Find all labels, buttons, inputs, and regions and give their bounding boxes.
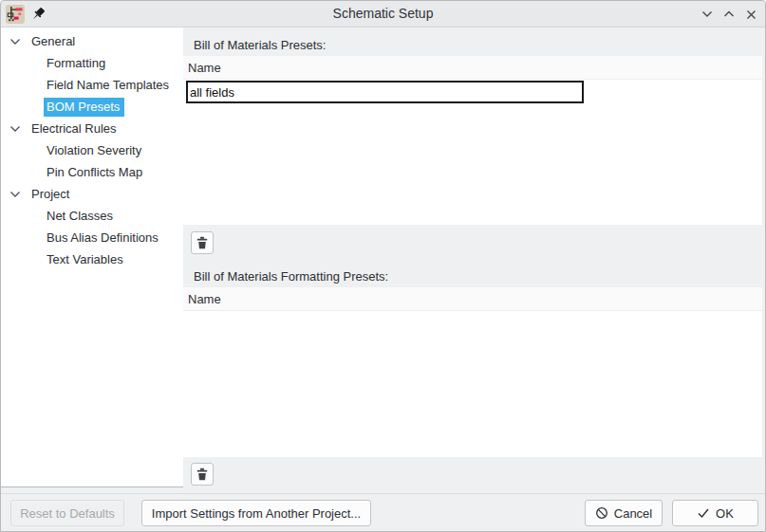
column-header-name[interactable]: Name: [183, 56, 762, 80]
footer-separator: [1, 493, 766, 494]
sidebar-item-violation-severity[interactable]: Violation Severity: [1, 139, 183, 161]
sidebar-item-bus-alias-definitions[interactable]: Bus Alias Definitions: [1, 227, 183, 248]
window-title: Schematic Setup: [1, 1, 765, 28]
preset-name-edit[interactable]: [186, 81, 584, 103]
chevron-down-icon[interactable]: [9, 191, 21, 198]
reset-to-defaults-label: Reset to Defaults: [20, 506, 115, 521]
column-header-name[interactable]: Name: [183, 287, 762, 311]
sidebar-item-label: Pin Conflicts Map: [47, 165, 142, 179]
sidebar-item-label: Field Name Templates: [47, 78, 169, 92]
sidebar-item-label: Formatting: [47, 56, 105, 70]
sidebar-item-label: Violation Severity: [47, 143, 141, 157]
window-shade-button[interactable]: [700, 7, 715, 22]
sidebar-item-label-selected: BOM Presets: [44, 98, 124, 117]
cancel-icon: [595, 506, 608, 520]
settings-tree: General Formatting Field Name Templates …: [1, 28, 183, 487]
chevron-down-icon[interactable]: [9, 38, 21, 46]
window-maximize-button[interactable]: [721, 7, 737, 22]
ok-button[interactable]: OK: [672, 500, 758, 526]
reset-to-defaults-button[interactable]: Reset to Defaults: [10, 500, 124, 526]
sidebar-item-formatting[interactable]: Formatting: [1, 52, 183, 74]
bom-presets-grid[interactable]: Name: [183, 56, 762, 225]
sidebar-group-label: General: [31, 34, 75, 48]
sidebar-group-label: Project: [31, 187, 69, 201]
sidebar-group-electrical-rules[interactable]: Electrical Rules: [1, 118, 183, 139]
titlebar[interactable]: Schematic Setup: [1, 1, 765, 28]
bom-formatting-presets-grid[interactable]: Name: [183, 287, 762, 457]
sidebar-group-general[interactable]: General: [1, 30, 183, 52]
sidebar-item-net-classes[interactable]: Net Classes: [1, 205, 183, 227]
bom-presets-label: Bill of Materials Presets:: [194, 38, 326, 52]
window-close-button[interactable]: [743, 7, 758, 22]
schematic-setup-dialog: Schematic Setup General Formatting: [0, 0, 766, 532]
trash-icon: [196, 468, 209, 481]
cancel-label: Cancel: [614, 506, 652, 521]
import-settings-button[interactable]: Import Settings from Another Project...: [141, 500, 371, 526]
close-icon: [746, 9, 757, 20]
ok-check-icon: [697, 507, 710, 519]
bom-formatting-presets-label: Bill of Materials Formatting Presets:: [194, 269, 388, 284]
chevron-up-icon: [723, 10, 735, 18]
ok-label: OK: [716, 506, 734, 521]
sidebar-group-label: Electrical Rules: [31, 121, 117, 136]
sidebar-item-label: Bus Alias Definitions: [47, 230, 159, 245]
sidebar-item-pin-conflicts-map[interactable]: Pin Conflicts Map: [1, 161, 183, 183]
trash-icon: [196, 236, 209, 249]
sidebar-item-label: Net Classes: [47, 209, 113, 223]
sidebar-item-bom-presets[interactable]: BOM Presets: [1, 96, 183, 118]
sidebar-item-field-name-templates[interactable]: Field Name Templates: [1, 74, 183, 96]
import-settings-label: Import Settings from Another Project...: [152, 506, 361, 521]
sidebar-group-project[interactable]: Project: [1, 183, 183, 205]
delete-bom-formatting-preset-button[interactable]: [191, 463, 214, 486]
cancel-button[interactable]: Cancel: [585, 500, 663, 526]
chevron-down-icon[interactable]: [9, 125, 21, 133]
chevron-down-icon: [701, 10, 713, 18]
delete-bom-preset-button[interactable]: [191, 231, 214, 254]
sidebar-item-text-variables[interactable]: Text Variables: [1, 248, 183, 270]
sidebar-item-label: Text Variables: [47, 252, 123, 266]
